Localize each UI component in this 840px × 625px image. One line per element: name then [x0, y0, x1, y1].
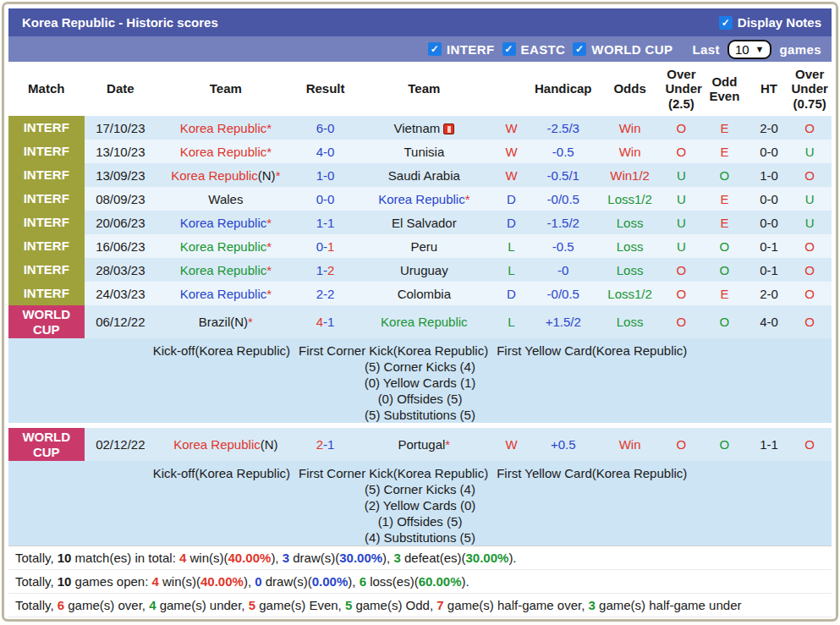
- odds-cell: Win1/2: [596, 163, 664, 187]
- home-team-cell: Korea Republic*: [156, 211, 294, 234]
- result-cell: 0-1: [295, 234, 356, 258]
- filter-bar: ✓INTERF ✓EASTC ✓WORLD CUP Last 10▼ games: [8, 36, 832, 62]
- date-cell: 13/10/23: [85, 140, 157, 163]
- handicap-cell: -0: [530, 258, 596, 282]
- ht-cell: 0-1: [750, 258, 788, 282]
- league-badge: INTERF: [8, 163, 85, 187]
- last-games-select[interactable]: 10▼: [727, 40, 772, 59]
- table-row: INTERF 13/10/23 Korea Republic* 4-0 Tuni…: [8, 140, 832, 163]
- summary-line-open: Totally, 10 games open: 4 win(s)(40.00%)…: [8, 570, 832, 594]
- odds-cell: Win: [596, 116, 664, 140]
- detail-header: Kick-off(Korea Republic)First Corner Kic…: [10, 343, 830, 359]
- odds-cell: Loss: [596, 211, 664, 234]
- home-team-cell: Korea Republic*: [156, 282, 294, 305]
- detail-line: (5) Corner Kicks (4): [10, 359, 830, 375]
- odd-even-cell: O: [699, 258, 749, 282]
- odd-even-cell: O: [699, 305, 749, 338]
- date-cell: 20/06/23: [85, 211, 157, 234]
- page-title: Korea Republic - Historic scores: [22, 15, 218, 30]
- filter-interf[interactable]: ✓INTERF: [428, 42, 495, 57]
- team-star: *: [266, 239, 272, 254]
- eastc-label: EASTC: [521, 42, 566, 57]
- odd-even-cell: O: [699, 163, 749, 187]
- chevron-down-icon: ▼: [755, 44, 765, 54]
- over-under-25-cell: O: [663, 258, 699, 282]
- team-note: (N): [261, 437, 278, 452]
- away-team-cell: Saudi Arabia: [356, 163, 493, 187]
- result-cell: 6-0: [295, 116, 356, 140]
- team-name: Portugal: [398, 437, 445, 452]
- first-corner-label: First Corner Kick(Korea Republic): [299, 465, 488, 481]
- odds-cell: Win: [596, 428, 664, 461]
- over-under-25-cell: U: [663, 211, 699, 234]
- team-name: Saudi Arabia: [388, 168, 460, 183]
- over-under-075-cell: O: [788, 305, 832, 338]
- filter-eastc[interactable]: ✓EASTC: [502, 42, 566, 57]
- date-cell: 02/12/22: [85, 428, 157, 461]
- away-team-cell: Vietnam: [356, 116, 493, 140]
- score-a: 2: [316, 437, 323, 452]
- home-team-cell: Brazil(N)*: [156, 305, 294, 338]
- away-team-cell: Korea Republic: [356, 305, 493, 338]
- score-a: 6-0: [316, 121, 335, 135]
- team-name: Korea Republic: [180, 263, 267, 277]
- date-cell: 24/03/23: [85, 282, 157, 305]
- over-under-075-cell: U: [788, 187, 832, 211]
- column-header-team2: Team: [356, 62, 493, 116]
- detail-line: (1) Offsides (5): [10, 513, 830, 529]
- over-under-075-cell: U: [788, 211, 832, 234]
- wdl-cell: W: [492, 428, 530, 461]
- over-under-25-cell: O: [663, 116, 699, 140]
- over-under-25-cell: O: [663, 140, 699, 163]
- display-notes-toggle[interactable]: ✓Display Notes: [719, 15, 821, 30]
- league-badge: WORLD CUP: [8, 428, 85, 461]
- over-under-075-cell: O: [788, 163, 832, 187]
- table-row: INTERF 28/03/23 Korea Republic* 1-2 Urug…: [8, 258, 832, 282]
- team-name: Brazil(N): [199, 315, 248, 329]
- team-star: *: [266, 121, 272, 135]
- odds-cell: Loss: [596, 258, 664, 282]
- league-badge: INTERF: [8, 234, 85, 258]
- filter-worldcup[interactable]: ✓WORLD CUP: [573, 42, 673, 57]
- score-b: 2: [327, 263, 334, 277]
- result-cell: 2-2: [295, 282, 356, 305]
- over-under-25-cell: O: [663, 428, 699, 461]
- team-name: Tunisia: [404, 145, 444, 159]
- column-header-odd-even: Odd Even: [699, 62, 749, 116]
- ht-cell: 4-0: [750, 305, 788, 338]
- handicap-cell: -1.5/2: [530, 211, 596, 234]
- over-under-25-cell: U: [663, 187, 699, 211]
- odd-even-cell: O: [699, 234, 749, 258]
- team-name: Korea Republic: [180, 287, 267, 301]
- score-a: 2-2: [316, 287, 335, 301]
- ht-cell: 1-1: [750, 428, 788, 461]
- worldcup-checkbox[interactable]: ✓: [573, 42, 586, 56]
- team-star: *: [276, 168, 281, 183]
- table-row: INTERF 20/06/23 Korea Republic* 1-1 El S…: [8, 211, 832, 234]
- over-under-075-cell: O: [788, 234, 832, 258]
- team-star: *: [266, 287, 272, 301]
- result-cell: 1-0: [295, 163, 356, 187]
- odds-cell: Loss1/2: [596, 187, 664, 211]
- score-a: 1-: [316, 263, 327, 277]
- wdl-cell: W: [492, 116, 530, 140]
- score-a: 4: [316, 315, 323, 329]
- games-label: games: [779, 42, 821, 57]
- column-header-handicap: Handicap: [530, 62, 596, 116]
- column-header-match: Match: [8, 62, 85, 116]
- eastc-checkbox[interactable]: ✓: [502, 42, 516, 56]
- team-star: *: [266, 145, 272, 159]
- team-name: Korea Republic: [180, 239, 267, 254]
- score-a: 0-: [316, 239, 327, 254]
- handicap-cell: +1.5/2: [530, 305, 596, 338]
- table-header-row: Match Date Team Result Team Handicap Odd…: [8, 62, 832, 116]
- odds-cell: Loss: [596, 305, 664, 338]
- detail-line: (2) Yellow Cards (0): [10, 497, 830, 513]
- column-header-ht: HT: [750, 62, 788, 116]
- team-name: Korea Republic: [173, 437, 261, 452]
- interf-checkbox[interactable]: ✓: [428, 42, 442, 56]
- team-star: *: [266, 263, 272, 277]
- display-notes-checkbox[interactable]: ✓: [719, 16, 733, 30]
- result-cell: 4-0: [295, 140, 356, 163]
- over-under-075-cell: U: [788, 140, 832, 163]
